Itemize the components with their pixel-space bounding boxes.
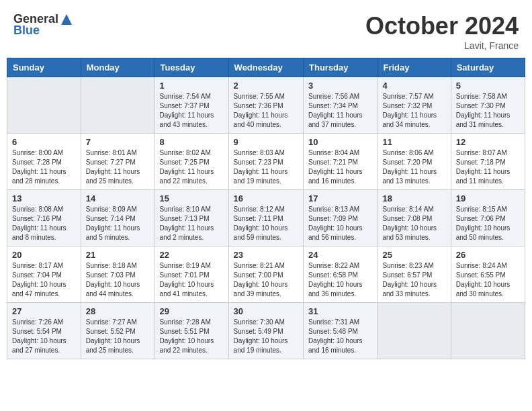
day-number: 19 [456, 193, 520, 203]
calendar-cell: 12Sunrise: 8:07 AM Sunset: 7:18 PM Dayli… [451, 134, 525, 190]
day-number: 30 [234, 306, 298, 316]
day-info: Sunrise: 7:58 AM Sunset: 7:30 PM Dayligh… [456, 92, 520, 130]
day-number: 28 [86, 306, 150, 316]
header-sunday: Sunday [7, 58, 81, 77]
day-info: Sunrise: 8:02 AM Sunset: 7:25 PM Dayligh… [160, 148, 224, 186]
day-number: 1 [160, 81, 224, 91]
page-header: General Blue October 2024 Lavit, France [7, 7, 525, 54]
week-row-1: 6Sunrise: 8:00 AM Sunset: 7:28 PM Daylig… [7, 134, 525, 190]
day-number: 3 [308, 81, 372, 91]
logo-blue: Blue [13, 24, 40, 38]
day-number: 18 [382, 193, 445, 203]
day-info: Sunrise: 8:21 AM Sunset: 7:00 PM Dayligh… [234, 261, 298, 299]
title-area: October 2024 Lavit, France [365, 12, 519, 51]
day-info: Sunrise: 7:54 AM Sunset: 7:37 PM Dayligh… [160, 92, 224, 130]
day-number: 10 [308, 137, 372, 147]
calendar-cell: 6Sunrise: 8:00 AM Sunset: 7:28 PM Daylig… [7, 134, 81, 190]
calendar-cell: 4Sunrise: 7:57 AM Sunset: 7:32 PM Daylig… [378, 77, 451, 134]
day-info: Sunrise: 8:13 AM Sunset: 7:09 PM Dayligh… [308, 205, 372, 242]
calendar-cell: 30Sunrise: 7:30 AM Sunset: 5:49 PM Dayli… [228, 303, 303, 359]
calendar-cell: 25Sunrise: 8:23 AM Sunset: 6:57 PM Dayli… [378, 246, 451, 303]
week-row-3: 20Sunrise: 8:17 AM Sunset: 7:04 PM Dayli… [7, 246, 525, 303]
day-info: Sunrise: 8:10 AM Sunset: 7:13 PM Dayligh… [160, 205, 224, 242]
calendar-cell: 19Sunrise: 8:15 AM Sunset: 7:06 PM Dayli… [451, 190, 525, 246]
calendar-cell: 13Sunrise: 8:08 AM Sunset: 7:16 PM Dayli… [7, 190, 81, 246]
day-info: Sunrise: 8:22 AM Sunset: 6:58 PM Dayligh… [308, 261, 372, 299]
day-info: Sunrise: 8:19 AM Sunset: 7:01 PM Dayligh… [160, 261, 224, 299]
calendar-cell: 14Sunrise: 8:09 AM Sunset: 7:14 PM Dayli… [81, 190, 154, 246]
day-info: Sunrise: 7:55 AM Sunset: 7:36 PM Dayligh… [234, 92, 298, 130]
header-tuesday: Tuesday [154, 58, 228, 77]
calendar-header-row: SundayMondayTuesdayWednesdayThursdayFrid… [7, 58, 525, 77]
day-number: 9 [234, 137, 298, 147]
location: Lavit, France [365, 40, 519, 51]
header-friday: Friday [378, 58, 451, 77]
header-thursday: Thursday [304, 58, 378, 77]
calendar-cell: 7Sunrise: 8:01 AM Sunset: 7:27 PM Daylig… [81, 134, 154, 190]
calendar-cell: 10Sunrise: 8:04 AM Sunset: 7:21 PM Dayli… [304, 134, 378, 190]
day-number: 24 [308, 250, 372, 260]
day-info: Sunrise: 7:26 AM Sunset: 5:54 PM Dayligh… [12, 318, 76, 355]
day-info: Sunrise: 8:07 AM Sunset: 7:18 PM Dayligh… [456, 148, 520, 186]
calendar-cell [378, 303, 451, 359]
calendar-cell: 8Sunrise: 8:02 AM Sunset: 7:25 PM Daylig… [154, 134, 228, 190]
calendar-cell: 5Sunrise: 7:58 AM Sunset: 7:30 PM Daylig… [451, 77, 525, 134]
day-number: 26 [456, 250, 520, 260]
calendar-cell: 18Sunrise: 8:14 AM Sunset: 7:08 PM Dayli… [378, 190, 451, 246]
day-number: 12 [456, 137, 520, 147]
day-number: 21 [86, 250, 150, 260]
calendar-cell: 27Sunrise: 7:26 AM Sunset: 5:54 PM Dayli… [7, 303, 81, 359]
day-number: 16 [234, 193, 298, 203]
day-info: Sunrise: 7:30 AM Sunset: 5:49 PM Dayligh… [234, 318, 298, 355]
calendar-cell: 24Sunrise: 8:22 AM Sunset: 6:58 PM Dayli… [304, 246, 378, 303]
day-number: 13 [12, 193, 76, 203]
week-row-2: 13Sunrise: 8:08 AM Sunset: 7:16 PM Dayli… [7, 190, 525, 246]
calendar-cell [81, 77, 154, 134]
day-info: Sunrise: 7:31 AM Sunset: 5:48 PM Dayligh… [308, 318, 372, 355]
day-info: Sunrise: 7:28 AM Sunset: 5:51 PM Dayligh… [160, 318, 224, 355]
day-info: Sunrise: 8:08 AM Sunset: 7:16 PM Dayligh… [12, 205, 76, 242]
day-info: Sunrise: 8:04 AM Sunset: 7:21 PM Dayligh… [308, 148, 372, 186]
day-info: Sunrise: 8:14 AM Sunset: 7:08 PM Dayligh… [382, 205, 445, 242]
calendar-cell: 29Sunrise: 7:28 AM Sunset: 5:51 PM Dayli… [154, 303, 228, 359]
day-number: 8 [160, 137, 224, 147]
calendar-cell: 17Sunrise: 8:13 AM Sunset: 7:09 PM Dayli… [304, 190, 378, 246]
day-info: Sunrise: 7:27 AM Sunset: 5:52 PM Dayligh… [86, 318, 150, 355]
day-number: 6 [12, 137, 76, 147]
week-row-4: 27Sunrise: 7:26 AM Sunset: 5:54 PM Dayli… [7, 303, 525, 359]
day-info: Sunrise: 8:15 AM Sunset: 7:06 PM Dayligh… [456, 205, 520, 242]
logo-icon [60, 13, 73, 26]
day-number: 7 [86, 137, 150, 147]
day-number: 23 [234, 250, 298, 260]
week-row-0: 1Sunrise: 7:54 AM Sunset: 7:37 PM Daylig… [7, 77, 525, 134]
day-info: Sunrise: 8:06 AM Sunset: 7:20 PM Dayligh… [382, 148, 445, 186]
day-number: 14 [86, 193, 150, 203]
day-info: Sunrise: 8:24 AM Sunset: 6:55 PM Dayligh… [456, 261, 520, 299]
calendar-cell: 2Sunrise: 7:55 AM Sunset: 7:36 PM Daylig… [228, 77, 303, 134]
day-info: Sunrise: 8:03 AM Sunset: 7:23 PM Dayligh… [234, 148, 298, 186]
header-saturday: Saturday [451, 58, 525, 77]
calendar-cell: 3Sunrise: 7:56 AM Sunset: 7:34 PM Daylig… [304, 77, 378, 134]
calendar-cell: 16Sunrise: 8:12 AM Sunset: 7:11 PM Dayli… [228, 190, 303, 246]
day-info: Sunrise: 7:56 AM Sunset: 7:34 PM Dayligh… [308, 92, 372, 130]
calendar-cell: 9Sunrise: 8:03 AM Sunset: 7:23 PM Daylig… [228, 134, 303, 190]
month-title: October 2024 [365, 12, 519, 40]
day-number: 27 [12, 306, 76, 316]
day-info: Sunrise: 8:23 AM Sunset: 6:57 PM Dayligh… [382, 261, 445, 299]
day-info: Sunrise: 8:17 AM Sunset: 7:04 PM Dayligh… [12, 261, 76, 299]
calendar-cell: 26Sunrise: 8:24 AM Sunset: 6:55 PM Dayli… [451, 246, 525, 303]
logo: General Blue [13, 12, 73, 38]
calendar-cell: 1Sunrise: 7:54 AM Sunset: 7:37 PM Daylig… [154, 77, 228, 134]
day-number: 2 [234, 81, 298, 91]
day-info: Sunrise: 8:12 AM Sunset: 7:11 PM Dayligh… [234, 205, 298, 242]
calendar-cell: 20Sunrise: 8:17 AM Sunset: 7:04 PM Dayli… [7, 246, 81, 303]
day-number: 15 [160, 193, 224, 203]
day-info: Sunrise: 7:57 AM Sunset: 7:32 PM Dayligh… [382, 92, 445, 130]
calendar-cell: 15Sunrise: 8:10 AM Sunset: 7:13 PM Dayli… [154, 190, 228, 246]
day-number: 17 [308, 193, 372, 203]
day-number: 5 [456, 81, 520, 91]
day-number: 11 [382, 137, 445, 147]
day-number: 4 [382, 81, 445, 91]
calendar-cell: 21Sunrise: 8:18 AM Sunset: 7:03 PM Dayli… [81, 246, 154, 303]
calendar-cell [7, 77, 81, 134]
